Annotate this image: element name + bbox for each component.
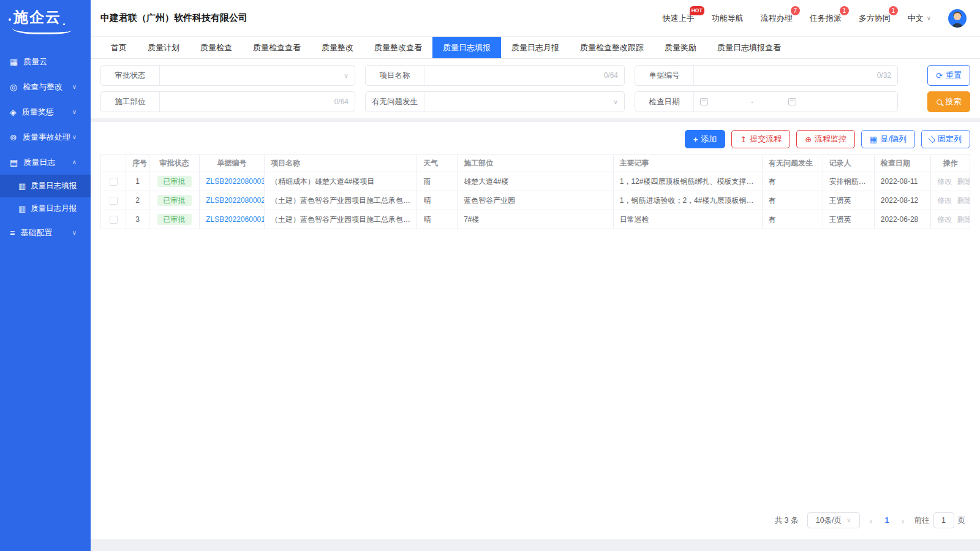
sidebar-menu: 质量云 检查与整改 质量奖惩 质量事故处理 质量日志 [0, 49, 91, 245]
chevron-down-icon [846, 517, 851, 523]
approval-status-select[interactable] [160, 72, 355, 79]
doc-no-link[interactable]: ZLSB2022080003 [206, 177, 264, 186]
tab-quality-reward[interactable]: 质量奖励 [654, 37, 707, 58]
sidebar-item-quality-rewards[interactable]: 质量奖惩 [0, 99, 91, 124]
tab-quality-rectify[interactable]: 质量整改 [311, 37, 364, 58]
filter-label: 审批状态 [101, 66, 160, 85]
char-counter: 0/64 [604, 71, 618, 80]
nav-multi-collab[interactable]: 多方协同 1 [859, 13, 891, 24]
hot-badge: HOT [690, 6, 704, 15]
doc-no-input[interactable]: 0/32 [694, 71, 897, 80]
nav-task-assign[interactable]: 任务指派 1 [810, 13, 842, 24]
tab-quality-check[interactable]: 质量检查 [190, 37, 243, 58]
sidebar-subitem-quality-log-monthly[interactable]: 质量日志月报 [0, 197, 91, 220]
row-checkbox[interactable] [110, 216, 118, 224]
columns-grid-icon [870, 135, 877, 143]
sidebar-item-inspection-rectification[interactable]: 检查与整改 [0, 74, 91, 99]
pagination: 共 3 条 10条/页 ‹ 1 › 前往 页 [91, 504, 980, 539]
goto-page-input[interactable] [933, 512, 954, 528]
alert-icon [10, 133, 17, 142]
cell-no: 1 [126, 172, 149, 191]
delete-link[interactable]: 删除 [957, 196, 970, 205]
show-hide-columns-button[interactable]: 显/隐列 [861, 130, 915, 148]
doc-no-link[interactable]: ZLSB2022060001 [206, 215, 264, 224]
avatar-body [952, 23, 963, 28]
cell-record: 1，12#楼四层顶板钢筋绑扎、模板支撑验收； ... [613, 172, 762, 191]
sidebar-subitem-quality-log-fill[interactable]: 质量日志填报 [0, 175, 91, 197]
tab-quality-rectify-view[interactable]: 质量整改查看 [364, 37, 432, 58]
language-switcher[interactable]: 中文 [908, 13, 931, 24]
add-button[interactable]: 添加 [685, 130, 726, 148]
logo-text: 施企云 [13, 7, 61, 27]
cell-date: 2022-08-11 [874, 172, 930, 191]
sidebar: 施企云 质量云 检查与整改 质量奖惩 质量事故处理 [0, 0, 91, 551]
page-number[interactable]: 1 [883, 516, 892, 525]
prev-page-button[interactable]: ‹ [869, 515, 874, 526]
tab-bar: 首页 质量计划 质量检查 质量检查查看 质量整改 质量整改查看 质量日志填报 质… [91, 37, 980, 59]
check-date-range[interactable]: - [694, 97, 897, 106]
doc-no-link[interactable]: ZLSB2022080002 [206, 196, 264, 205]
sidebar-item-quality-log[interactable]: 质量日志 [0, 150, 91, 175]
paperclip-icon [928, 135, 935, 143]
problem-occurred-select[interactable] [424, 99, 624, 105]
reset-button[interactable]: 重置 [927, 65, 970, 86]
cell-part: 7#楼 [458, 210, 614, 229]
sidebar-item-quality-accidents[interactable]: 质量事故处理 [0, 124, 91, 150]
submit-flow-button[interactable]: 提交流程 [731, 130, 790, 148]
flow-monitor-button[interactable]: 流程监控 [796, 130, 855, 148]
fixed-columns-button[interactable]: 固定列 [921, 130, 970, 148]
shield-icon [10, 108, 17, 116]
row-checkbox[interactable] [110, 178, 118, 186]
tab-quality-log-monthly[interactable]: 质量日志月报 [501, 37, 570, 58]
delete-link[interactable]: 删除 [957, 215, 970, 224]
tab-quality-plan[interactable]: 质量计划 [137, 37, 190, 58]
doc-icon [18, 182, 26, 190]
cell-no: 3 [126, 210, 149, 229]
calendar-icon [700, 98, 708, 105]
sidebar-subitem-label: 质量日志月报 [31, 203, 77, 214]
construction-part-input[interactable]: 0/64 [160, 97, 355, 106]
tab-check-rectify-track[interactable]: 质量检查整改跟踪 [570, 37, 654, 58]
sidebar-item-base-config[interactable]: 基础配置 [0, 220, 91, 245]
tab-quality-check-view[interactable]: 质量检查查看 [243, 37, 311, 58]
col-header-weather: 天气 [417, 155, 458, 172]
tab-home[interactable]: 首页 [100, 37, 137, 58]
flow-monitor-label: 流程监控 [815, 134, 846, 145]
doc-icon [18, 205, 26, 213]
sidebar-item-quality-cloud[interactable]: 质量云 [0, 49, 91, 74]
tab-quality-log-fill-view[interactable]: 质量日志填报查看 [707, 37, 791, 58]
project-name-input[interactable]: 0/64 [424, 71, 624, 80]
sidebar-item-label: 基础配置 [20, 227, 72, 238]
chevron-down-icon [344, 72, 349, 79]
edit-link[interactable]: 修改 [937, 196, 952, 205]
nav-function-guide[interactable]: 功能导航 [712, 13, 744, 24]
edit-link[interactable]: 修改 [937, 215, 952, 224]
filter-label: 有无问题发生 [366, 92, 424, 112]
submit-flow-label: 提交流程 [750, 134, 782, 145]
edit-link[interactable]: 修改 [937, 177, 952, 186]
app-window: 施企云 质量云 检查与整改 质量奖惩 质量事故处理 [0, 0, 980, 551]
table-row: 1 已审批 ZLSB2022080003 （精细成本）雄楚大道4#楼项目 雨 雄… [101, 172, 970, 191]
sidebar-item-label: 质量奖惩 [22, 107, 72, 118]
delete-link[interactable]: 删除 [957, 177, 970, 186]
filter-approval-status: 审批状态 [100, 65, 355, 86]
cell-weather: 晴 [417, 210, 458, 229]
tab-quality-log-fill[interactable]: 质量日志填报 [432, 37, 501, 58]
main-area: 中建君联（广州）软件科技有限公司 快速上手 HOT 功能导航 流程办理 7 任务… [91, 0, 980, 551]
row-checkbox[interactable] [110, 197, 118, 205]
cell-date: 2022-08-12 [874, 191, 930, 210]
plus-icon [693, 135, 698, 143]
nav-flow-handling[interactable]: 流程办理 7 [761, 13, 793, 24]
sidebar-item-label: 质量事故处理 [23, 132, 72, 143]
page-size-select[interactable]: 10条/页 [807, 512, 860, 528]
target-icon [10, 83, 17, 91]
filter-label: 项目名称 [366, 66, 424, 85]
user-avatar[interactable] [948, 9, 967, 28]
next-page-button[interactable]: › [900, 515, 906, 526]
journal-icon [10, 158, 18, 167]
search-button[interactable]: 搜索 [927, 91, 970, 112]
nav-quick-start[interactable]: 快速上手 HOT [663, 13, 695, 24]
filter-doc-no: 单据编号 0/32 [635, 65, 898, 86]
table-card: 添加 提交流程 流程监控 显/隐列 固定列 [91, 122, 980, 539]
nav-label: 流程办理 [761, 13, 793, 23]
